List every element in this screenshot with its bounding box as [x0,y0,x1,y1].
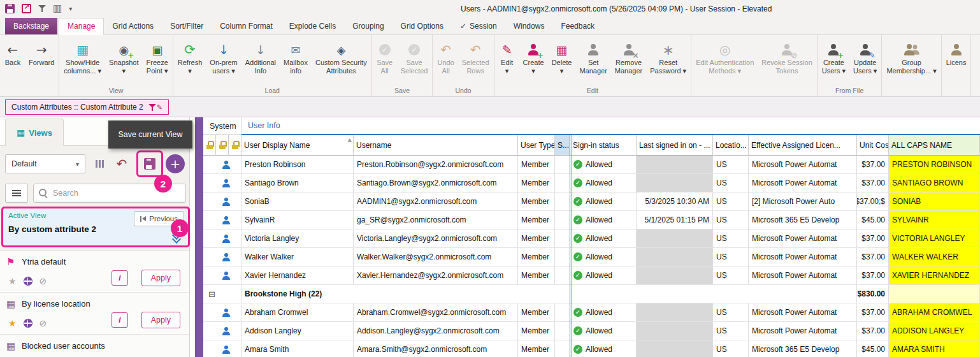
column-header-last-signed-in-on[interactable]: Last signed in on - ... [637,135,713,156]
cell-s[interactable] [555,193,570,210]
cell-location[interactable]: US [713,174,749,192]
user-row[interactable]: Preston RobinsonPreston.Robinson@sygx2.o… [203,156,980,174]
cell-s[interactable] [555,303,570,321]
user-row[interactable]: SylvainRga_SR@sygx2.onmicrosoft.comMembe… [203,211,980,229]
cell-group-label[interactable]: Brookstone High (22) [241,285,857,303]
column-header-locatio[interactable]: Locatio... [713,135,749,156]
cell-group-unit-cost[interactable]: $830.00 [857,285,889,303]
cell-signin-status[interactable]: ✓Allowed [570,266,637,284]
cell-license[interactable]: Microsoft 365 E5 Develop [749,211,857,229]
ribbon-button-revoke-session-tokens[interactable]: ⊘Revoke SessionTokens [758,40,816,86]
cell-user-type[interactable]: Member [518,193,555,210]
cell-username[interactable]: AADMIN1@sygx2.onmicrosoft.com [354,193,518,210]
cell-s[interactable] [555,156,570,173]
cell-signin-status[interactable]: ✓Allowed [570,229,637,247]
cell-user-type[interactable]: Member [518,229,555,247]
cell-unit-cost[interactable]: $37.00 [857,266,889,284]
cell-location[interactable]: US [713,229,749,247]
undo-view-button[interactable]: ↶ [113,156,130,172]
ribbon-button-custom-security-attributes[interactable]: ◈Custom SecurityAttributes [312,40,371,86]
cell-display-name[interactable]: Amara Smith [241,340,354,357]
cell-signin-status[interactable]: ✓Allowed [570,193,637,210]
view-filter-button[interactable] [5,184,28,203]
cell-s[interactable] [555,266,570,284]
cell-location[interactable]: US [713,193,749,210]
cell-user-icon[interactable] [203,211,241,229]
export-icon[interactable] [22,4,31,13]
cell-username[interactable]: Amara.Smith@sygx2.onmicrosoft.com [354,340,518,357]
ribbon-button-selected-rows[interactable]: ↶SelectedRows [458,40,493,86]
cell-location[interactable]: US [713,211,749,229]
column-header-s[interactable]: S... [555,135,570,156]
cell-location[interactable]: US [713,248,749,266]
breadcrumb-filter-funnel-icon[interactable] [148,103,156,112]
add-view-button[interactable]: + [166,154,185,173]
cell-user-icon[interactable] [203,229,241,247]
ribbon-button-edit[interactable]: ✎Edit▾ [495,40,519,86]
cell-license[interactable]: [2] Microsoft Power Auto [749,193,857,210]
cell-all-caps-name[interactable]: ABRAHAM CROMWEL [889,303,980,321]
user-row[interactable]: Amara SmithAmara.Smith@sygx2.onmicrosoft… [203,340,980,357]
cell-user-icon[interactable] [203,174,241,192]
cell-license[interactable]: Microsoft Power Automat [749,248,857,266]
ribbon-button-show-hide-columns[interactable]: ▦Show/Hidecolumns... ▾ [60,40,105,86]
cell-username[interactable]: Addison.Langley@sygx2.onmicrosoft.com [354,322,518,340]
ribbon-button-set-manager[interactable]: SetManager [575,40,610,86]
cell-display-name[interactable]: Addison Langley [241,322,354,340]
cell-username[interactable]: Walker.Walker@sygx2.onmicrosoft.com [354,248,518,266]
cell-username[interactable]: ga_SR@sygx2.onmicrosoft.com [354,211,518,229]
column-header-sign-in-status[interactable]: Sign-in status [570,135,637,156]
cell-last-signin[interactable] [637,322,713,340]
user-row[interactable]: Abraham CromwelAbraham.Cromwel@sygx2.onm… [203,303,980,322]
column-header-lock3[interactable] [229,135,241,156]
cell-s[interactable] [555,174,570,192]
cell-unit-cost[interactable]: $37.00 [857,248,889,266]
filter-funnel-icon[interactable] [38,4,46,13]
cell-last-signin[interactable] [637,174,713,192]
cell-signin-status[interactable]: ✓Allowed [570,174,637,192]
cell-unit-cost[interactable]: $37.00 [857,156,889,173]
cell-license[interactable]: Microsoft Power Automat [749,303,857,321]
ribbon-button-create[interactable]: +Create▾ [519,40,548,86]
cell-user-icon[interactable] [203,303,241,321]
ribbon-button-back[interactable]: ←Back [1,40,25,86]
ribbon-button-update-users[interactable]: ✎UpdateUsers ▾ [849,40,881,86]
cell-last-signin[interactable]: 5/1/2025 01:15 PM [637,211,713,229]
tab-grouping[interactable]: Grouping [344,18,392,34]
cell-user-type[interactable]: Member [518,174,555,192]
ribbon-button-edit-authentication-methods[interactable]: ◎Edit AuthenticationMethods ▾ [692,40,758,86]
cell-last-signin[interactable] [637,266,713,284]
cell-license[interactable]: Microsoft Power Automat [749,174,857,192]
cell-location[interactable]: US [713,340,749,357]
cell-last-signin[interactable] [637,303,713,321]
cell-user-type[interactable]: Member [518,211,555,229]
cell-location[interactable]: US [713,156,749,173]
tab-explode-cells[interactable]: Explode Cells [281,18,344,34]
cell-license[interactable]: Microsoft Power Automat [749,322,857,340]
tab-session[interactable]: ✓Session [452,18,505,34]
tab-grid-actions[interactable]: Grid Actions [104,18,162,34]
tab-sort-filter[interactable]: Sort/Filter [162,18,212,34]
cell-last-signin[interactable] [637,340,713,357]
apply-view-button[interactable]: Apply [141,270,180,286]
cell-last-signin[interactable] [637,248,713,266]
view-info-button[interactable]: i [112,312,128,328]
cell-all-caps-name[interactable]: AMARA SMITH [889,340,980,357]
tab-grid-options[interactable]: Grid Options [393,18,452,34]
ribbon-button-create-users[interactable]: +CreateUsers ▾ [818,40,849,86]
cell-location[interactable]: US [713,322,749,340]
cell-license[interactable]: Microsoft Power Automat [749,266,857,284]
group-header-user-info[interactable]: User Info [241,117,980,135]
cell-signin-status[interactable]: ✓Allowed [570,248,637,266]
cell-license[interactable]: Microsoft Power Automat [749,229,857,247]
cell-user-type[interactable]: Member [518,303,555,321]
view-list-item[interactable]: ▦By license location★⊘iApply [0,293,189,335]
ribbon-button-additional-info[interactable]: ↓AdditionalInfo [241,40,280,86]
cell-signin-status[interactable]: ✓Allowed [570,340,637,357]
cell-display-name[interactable]: Abraham Cromwel [241,303,354,321]
cell-unit-cost[interactable]: [2]$37.00;$ [857,193,889,210]
cell-username[interactable]: Abraham.Cromwel@sygx2.onmicrosoft.com [354,303,518,321]
cell-display-name[interactable]: SylvainR [241,211,354,229]
view-preset-select[interactable]: Default ▾ [5,154,85,173]
ribbon-button-delete[interactable]: ▦Delete▾ [548,40,576,86]
